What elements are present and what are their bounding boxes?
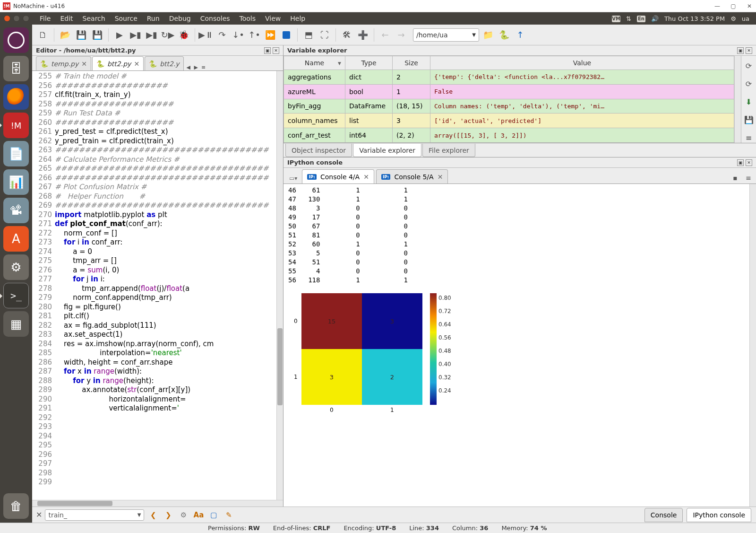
tab-temp-py[interactable]: 🐍 temp.py ✕ (36, 56, 91, 70)
python-icon[interactable]: 🐍 (497, 28, 511, 42)
launcher-writer[interactable]: 📄 (3, 141, 29, 166)
col-name[interactable]: Name▼ (284, 56, 345, 70)
tab-ipython-console[interactable]: IPython console (687, 508, 751, 522)
stop-console-button[interactable]: ▪ (730, 172, 741, 183)
run-cell-button[interactable]: ▶▮ (129, 28, 143, 42)
menu-edit[interactable]: Edit (55, 15, 77, 22)
table-row[interactable]: aggregationsdict2{'temp': {'delta': <fun… (284, 70, 734, 85)
launcher-calc[interactable]: 📊 (3, 169, 29, 195)
debug-step-into-button[interactable]: ↓• (231, 28, 245, 42)
browse-dir-button[interactable]: 📁 (481, 28, 495, 42)
tabs-list-button[interactable]: ≡ (200, 64, 207, 70)
tab-btt2-overflow[interactable]: 🐍 btt2.y (145, 56, 184, 70)
tray-settings-icon[interactable]: ⚙ (728, 15, 739, 22)
minimize-button[interactable]: — (713, 2, 721, 10)
console-vscroll[interactable] (749, 184, 756, 507)
tray-clock[interactable]: Thu Oct 13 3:52 PM (662, 15, 728, 22)
maximize-button[interactable]: ▢ (730, 2, 737, 10)
parent-dir-button[interactable]: ↑ (513, 28, 527, 42)
launcher-files[interactable]: 🗄 (3, 56, 29, 81)
regex-button[interactable]: ✎ (223, 509, 235, 521)
tab-console-5a[interactable]: IP: Console 5/A ✕ (376, 169, 448, 183)
editor-vscroll[interactable] (276, 71, 283, 500)
close-icon[interactable]: ✕ (438, 173, 443, 181)
varexp-vscroll[interactable] (734, 56, 741, 143)
menu-debug[interactable]: Debug (164, 15, 196, 22)
pane-options-button[interactable]: ▣ (737, 159, 744, 166)
debug-run-button[interactable]: 🐞 (177, 28, 191, 42)
col-type[interactable]: Type (345, 56, 393, 70)
menu-file[interactable]: File (35, 15, 55, 22)
nav-forward-button[interactable]: → (394, 28, 408, 42)
tab-console[interactable]: Console (644, 508, 683, 522)
tab-btt2-py[interactable]: 🐍 btt2.py ✕ (92, 56, 144, 70)
launcher-nomachine[interactable]: !M (3, 113, 29, 138)
working-dir-input[interactable]: /home/ua ▼ (413, 28, 479, 42)
tray-user[interactable]: ua (739, 15, 752, 22)
launcher-firefox[interactable] (3, 84, 29, 110)
case-sensitive-button[interactable]: Aa (192, 509, 205, 521)
tray-sound-icon[interactable]: 🔊 (648, 15, 662, 22)
maximize-icon[interactable] (23, 15, 29, 22)
tray-language[interactable]: En (634, 15, 648, 22)
menu-view[interactable]: View (260, 15, 285, 22)
tab-console-4a[interactable]: IP: Console 4/A ✕ (302, 169, 374, 183)
launcher-terminal[interactable]: >_ (3, 283, 29, 308)
code-lines[interactable]: # Train the model ####################cl… (55, 71, 276, 500)
close-find-button[interactable]: ✕ (36, 510, 42, 519)
save-data-button[interactable]: 💾 (744, 114, 754, 125)
close-button[interactable]: ✕ (746, 2, 753, 10)
editor-hscroll[interactable] (32, 500, 283, 507)
menu-source[interactable]: Source (110, 15, 142, 22)
save-button[interactable]: 💾 (74, 28, 88, 42)
find-input[interactable]: train_ ▼ (45, 509, 144, 521)
save-all-button[interactable]: 💾 (90, 28, 104, 42)
nav-back-button[interactable]: ← (378, 28, 392, 42)
run-cell-advance-button[interactable]: ▶▮ (145, 28, 159, 42)
pane-close-button[interactable]: ✕ (273, 47, 279, 54)
pane-options-button[interactable]: ▣ (264, 47, 271, 54)
tabs-left-button[interactable]: ◀ (185, 64, 192, 70)
debug-pause-button[interactable]: ▶⏸ (199, 28, 213, 42)
launcher-dash[interactable] (3, 27, 29, 53)
close-icon[interactable]: ✕ (81, 60, 87, 68)
debug-stop-button[interactable] (279, 28, 293, 42)
menu-tools[interactable]: Tools (235, 15, 261, 22)
open-file-button[interactable]: 📂 (58, 28, 72, 42)
col-value[interactable]: Value (430, 56, 734, 70)
tab-variable-explorer[interactable]: Variable explorer (353, 144, 421, 157)
launcher-impress[interactable]: 📽 (3, 198, 29, 223)
console-output[interactable]: 46 61 1 1 47 130 1 1 48 3 0 0 49 17 0 0 … (284, 184, 749, 507)
pane-close-button[interactable]: ✕ (746, 159, 752, 166)
col-size[interactable]: Size (393, 56, 430, 70)
run-button[interactable]: ▶ (112, 28, 127, 42)
close-icon[interactable] (4, 15, 10, 22)
import-button[interactable]: ⬇ (744, 96, 754, 107)
close-icon[interactable]: ✕ (134, 60, 139, 68)
launcher-software[interactable]: A (3, 226, 29, 252)
console-options-button[interactable]: ≡ (743, 172, 754, 183)
find-options-button[interactable]: ⚙ (177, 509, 189, 521)
tabs-right-button[interactable]: ▶ (192, 64, 200, 70)
fullscreen-button[interactable]: ⛶ (318, 28, 332, 42)
menu-consoles[interactable]: Consoles (196, 15, 235, 22)
tray-vm-icon[interactable]: VM (609, 15, 623, 22)
menu-search[interactable]: Search (78, 15, 110, 22)
whole-word-button[interactable]: ▢ (207, 509, 220, 521)
menu-help[interactable]: Help (285, 15, 310, 22)
debug-continue-button[interactable]: ⏩ (263, 28, 277, 42)
launcher-trash[interactable]: 🗑 (3, 493, 29, 519)
table-row[interactable]: column_nameslist3['id', 'actual', 'predi… (284, 114, 734, 128)
tray-network-icon[interactable]: ⇅ (623, 15, 634, 22)
tab-object-inspector[interactable]: Object inspector (285, 144, 352, 157)
pane-close-button[interactable]: ✕ (746, 47, 752, 54)
python-path-button[interactable]: ➕ (356, 28, 370, 42)
layout-button[interactable]: ⬒ (301, 28, 316, 42)
launcher-settings[interactable]: ⚙ (3, 254, 29, 280)
tab-file-explorer[interactable]: File explorer (422, 144, 475, 157)
pane-options-button[interactable]: ▣ (737, 47, 744, 54)
preferences-button[interactable]: 🛠 (340, 28, 354, 42)
run-selection-button[interactable]: ↻▶ (161, 28, 175, 42)
debug-step-out-button[interactable]: ↑• (247, 28, 261, 42)
refresh-button[interactable]: ⟳ (744, 61, 754, 71)
